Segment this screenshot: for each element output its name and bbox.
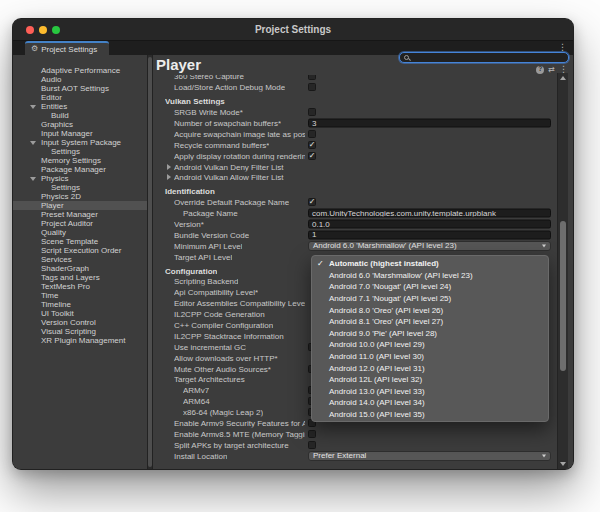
sidebar-item-label: Project Auditor <box>41 219 93 228</box>
sidebar-item-ui-toolkit[interactable]: UI Toolkit <box>13 309 147 318</box>
tab-project-settings[interactable]: ⚙ Project Settings <box>25 41 109 55</box>
sidebar-item-label: Scene Template <box>41 237 98 246</box>
scrollbar-thumb[interactable] <box>560 221 566 371</box>
popup-item-automatic-highest-installed[interactable]: ✓ Automatic (highest installed) <box>312 258 548 270</box>
sidebar-item-label: Input Manager <box>41 129 93 138</box>
checkbox[interactable]: ✓ <box>308 141 316 149</box>
sidebar-item-time[interactable]: Time <box>13 291 147 300</box>
sidebar-item-build[interactable]: Build <box>13 111 147 120</box>
popup-item-android-6-0-marshmallow-api-level-23[interactable]: Android 6.0 'Marshmallow' (API level 23) <box>312 270 548 282</box>
checkbox[interactable] <box>308 83 316 91</box>
vertical-scrollbar[interactable] <box>557 73 568 469</box>
row-label: Editor Assemblies Compatibility Level* <box>174 299 305 308</box>
sidebar-item-input-system-package[interactable]: Input System Package <box>13 138 147 147</box>
sidebar-item-script-execution-order[interactable]: Script Execution Order <box>13 246 147 255</box>
popup-item-android-9-0-pie-api-level-28[interactable]: Android 9.0 'Pie' (API level 28) <box>312 328 548 340</box>
sidebar-item-physics[interactable]: Physics <box>13 174 147 183</box>
sidebar-item-graphics[interactable]: Graphics <box>13 120 147 129</box>
sidebar-item-settings[interactable]: Settings <box>13 147 147 156</box>
checkbox[interactable] <box>308 75 316 80</box>
foldout-arrow-icon[interactable] <box>167 174 171 180</box>
sidebar-item-label: Editor <box>41 93 62 102</box>
sidebar-item-package-manager[interactable]: Package Manager <box>13 165 147 174</box>
scroll-up-arrow-icon[interactable] <box>560 76 566 80</box>
row-label: Use incremental GC <box>174 342 246 351</box>
popup-item-android-7-0-nougat-api-level-24[interactable]: Android 7.0 'Nougat' (API level 24) <box>312 281 548 293</box>
popup-item-android-11-0-api-level-30[interactable]: Android 11.0 (API level 30) <box>312 351 548 363</box>
sidebar-item-burst-aot-settings[interactable]: Burst AOT Settings <box>13 84 147 93</box>
popup-item-android-10-0-api-level-29[interactable]: Android 10.0 (API level 29) <box>312 339 548 351</box>
text-field[interactable]: 0.1.0 <box>308 220 551 229</box>
scroll-down-arrow-icon[interactable] <box>560 462 566 466</box>
checkbox[interactable] <box>308 441 316 449</box>
tab-menu-kebab-icon[interactable]: ⋮ <box>558 43 567 52</box>
sidebar-item-label: Input System Package <box>41 138 121 147</box>
sidebar-item-xr-plugin-management[interactable]: XR Plugin Management <box>13 336 147 345</box>
sidebar-item-physics-2d[interactable]: Physics 2D <box>13 192 147 201</box>
popup-item-android-12-0-api-level-31[interactable]: Android 12.0 (API level 31) <box>312 362 548 374</box>
sidebar-item-entities[interactable]: Entities <box>13 102 147 111</box>
sidebar-item-visual-scripting[interactable]: Visual Scripting <box>13 327 147 336</box>
search-input[interactable] <box>413 53 564 62</box>
sidebar-item-tags-and-layers[interactable]: Tags and Layers <box>13 273 147 282</box>
popup-item-android-13-0-api-level-33[interactable]: Android 13.0 (API level 33) <box>312 386 548 398</box>
row-360-stereo-capture: 360 Stereo Capture <box>153 75 551 82</box>
popup-item-android-8-1-oreo-api-level-27[interactable]: Android 8.1 'Oreo' (API level 27) <box>312 316 548 328</box>
popup-item-label: Android 7.1 'Nougat' (API level 25) <box>329 294 451 303</box>
disclosure-triangle-icon[interactable] <box>30 141 36 145</box>
checkbox[interactable] <box>308 108 316 116</box>
search-box[interactable] <box>399 52 569 63</box>
row-label: Number of swapchain buffers* <box>174 119 281 128</box>
popup-item-label: Android 10.0 (API level 29) <box>329 340 425 349</box>
sidebar-item-label: Package Manager <box>41 165 106 174</box>
disclosure-triangle-icon[interactable] <box>30 105 36 109</box>
minimize-window-button[interactable] <box>39 26 47 34</box>
text-field[interactable]: com.UnityTechnologies.com.unity.template… <box>308 209 551 218</box>
sidebar-item-adaptive-performance[interactable]: Adaptive Performance <box>13 66 147 75</box>
zoom-window-button[interactable] <box>52 26 60 34</box>
row-label: Configuration <box>165 266 217 275</box>
dropdown[interactable]: Prefer External <box>308 451 551 461</box>
sidebar-item-preset-manager[interactable]: Preset Manager <box>13 210 147 219</box>
sidebar-item-version-control[interactable]: Version Control <box>13 318 147 327</box>
sidebar-item-audio[interactable]: Audio <box>13 75 147 84</box>
checkbox[interactable]: ✓ <box>308 152 316 160</box>
row-control: ✓ <box>308 152 551 160</box>
help-icon[interactable]: ? <box>536 66 544 74</box>
sidebar-item-project-auditor[interactable]: Project Auditor <box>13 219 147 228</box>
popup-item-android-15-0-api-level-35[interactable]: Android 15.0 (API level 35) <box>312 409 548 421</box>
sidebar-item-quality[interactable]: Quality <box>13 228 147 237</box>
foldout-arrow-icon[interactable] <box>167 164 171 170</box>
sidebar-scrollbar-thumb[interactable] <box>148 57 152 467</box>
sidebar-item-editor[interactable]: Editor <box>13 93 147 102</box>
sidebar-item-input-manager[interactable]: Input Manager <box>13 129 147 138</box>
checkbox[interactable]: ✓ <box>308 198 316 206</box>
row-label: Scripting Backend <box>174 277 238 286</box>
sidebar-item-player[interactable]: Player <box>13 201 147 210</box>
sidebar-item-timeline[interactable]: Timeline <box>13 300 147 309</box>
checkbox[interactable] <box>308 130 316 138</box>
panel-header-icons: ? ⇄ ⋮ <box>536 65 568 74</box>
text-field[interactable]: 1 <box>308 230 551 239</box>
row-label: Identification <box>165 187 215 196</box>
checkbox[interactable] <box>308 430 316 438</box>
popup-item-android-14-0-api-level-34[interactable]: Android 14.0 (API level 34) <box>312 397 548 409</box>
sidebar-item-textmesh-pro[interactable]: TextMesh Pro <box>13 282 147 291</box>
popup-item-android-8-0-oreo-api-level-26[interactable]: Android 8.0 'Oreo' (API level 26) <box>312 304 548 316</box>
sidebar-item-memory-settings[interactable]: Memory Settings <box>13 156 147 165</box>
sidebar-item-settings[interactable]: Settings <box>13 183 147 192</box>
sidebar-item-shadergraph[interactable]: ShaderGraph <box>13 264 147 273</box>
row-package-name: Package Name com.UnityTechnologies.com.u… <box>153 208 551 219</box>
disclosure-triangle-icon[interactable] <box>30 177 36 181</box>
text-field[interactable]: 3 <box>308 119 551 128</box>
row-control: 0.1.0 <box>308 220 551 229</box>
check-mark-icon: ✓ <box>309 151 316 159</box>
popup-item-android-12l-api-level-32[interactable]: Android 12L (API level 32) <box>312 374 548 386</box>
popup-item-android-7-1-nougat-api-level-25[interactable]: Android 7.1 'Nougat' (API level 25) <box>312 293 548 305</box>
close-window-button[interactable] <box>26 26 34 34</box>
presets-icon[interactable]: ⇄ <box>548 66 555 74</box>
dropdown[interactable]: Android 6.0 'Marshmallow' (API level 23) <box>308 241 551 251</box>
sidebar-item-scene-template[interactable]: Scene Template <box>13 237 147 246</box>
sidebar-item-services[interactable]: Services <box>13 255 147 264</box>
panel-menu-kebab-icon[interactable]: ⋮ <box>559 65 568 74</box>
